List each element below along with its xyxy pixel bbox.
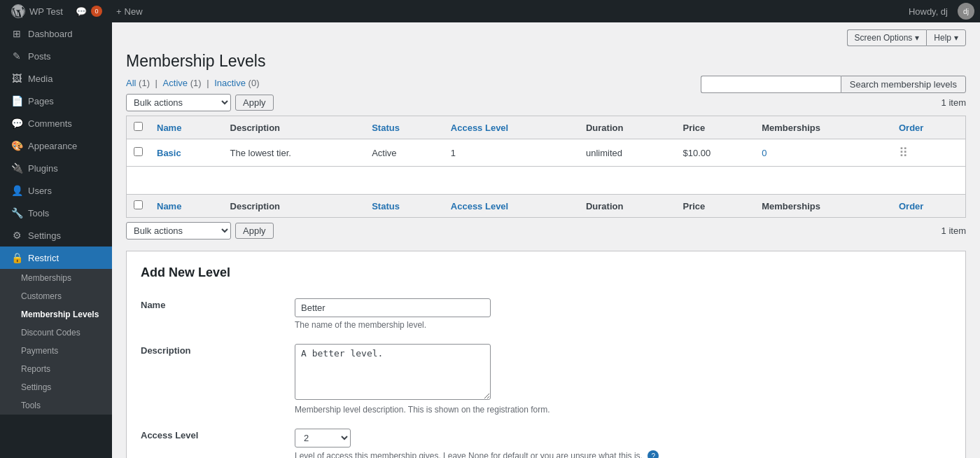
description-field-cell: Membership level description. This is sh…: [295, 337, 951, 422]
screen-options-button[interactable]: Screen Options ▾: [847, 29, 927, 46]
bulk-select-top[interactable]: Bulk actions Delete: [126, 94, 231, 111]
submenu-tools[interactable]: Tools: [0, 396, 112, 415]
wp-logo[interactable]: WP Test: [6, 4, 69, 18]
footer-col-status: Status: [365, 195, 444, 218]
submenu-discount-codes[interactable]: Discount Codes: [0, 324, 112, 342]
table-row: Basic The lowest tier. Active 1 unlimite…: [127, 139, 966, 167]
footer-col-name-link[interactable]: Name: [157, 201, 181, 211]
screen-options-arrow: ▾: [915, 33, 919, 43]
description-row: Description Membership level description…: [141, 337, 951, 422]
screen-options-label: Screen Options: [855, 33, 913, 43]
submenu-payments[interactable]: Payments: [0, 342, 112, 360]
submenu-reports[interactable]: Reports: [0, 360, 112, 378]
sidebar-item-users[interactable]: 👤 Users: [0, 179, 112, 202]
new-label: New: [125, 6, 143, 17]
access-level-field-cell: None 1 2 3 4 5 Level of access this memb…: [295, 422, 951, 458]
col-name-link[interactable]: Name: [157, 123, 181, 133]
avatar[interactable]: dj: [958, 3, 974, 20]
col-name: Name: [150, 116, 223, 139]
row-name-link[interactable]: Basic: [157, 148, 181, 158]
sidebar-item-label: Settings: [28, 230, 61, 241]
sidebar-item-label: Posts: [28, 51, 51, 62]
drag-handle[interactable]: ⠿: [899, 146, 908, 160]
name-row: Name The name of the membership level.: [141, 291, 951, 337]
comments-count: 0: [91, 6, 102, 17]
howdy-text: Howdy, dj: [902, 6, 955, 17]
footer-select-all-col: [127, 195, 150, 218]
search-input[interactable]: [701, 76, 841, 93]
bulk-select-bottom[interactable]: Bulk actions Delete: [126, 222, 231, 240]
appearance-icon: 🎨: [11, 140, 22, 151]
sidebar-item-appearance[interactable]: 🎨 Appearance: [0, 134, 112, 157]
restrict-submenu: Memberships Customers Membership Levels …: [0, 269, 112, 415]
table-empty-row: [127, 167, 966, 195]
col-order-link[interactable]: Order: [899, 123, 923, 133]
submenu-settings[interactable]: Settings: [0, 378, 112, 396]
adminbar-right: Howdy, dj dj: [902, 3, 974, 20]
footer-col-status-link[interactable]: Status: [372, 201, 400, 211]
row-duration-cell: unlimited: [579, 139, 676, 167]
col-status-link[interactable]: Status: [372, 123, 400, 133]
footer-col-description: Description: [223, 195, 365, 218]
adminbar-new[interactable]: + New: [109, 0, 150, 22]
media-icon: 🖼: [11, 73, 22, 84]
sidebar-item-restrict[interactable]: 🔒 Restrict: [0, 247, 112, 269]
bulk-actions-top: Bulk actions Delete Apply 1 item: [126, 94, 966, 111]
sidebar-item-label: Plugins: [28, 163, 58, 174]
submenu-customers[interactable]: Customers: [0, 287, 112, 305]
name-description: The name of the membership level.: [295, 320, 951, 330]
footer-col-order-link[interactable]: Order: [899, 201, 923, 211]
row-memberships-cell: 0: [755, 139, 892, 167]
page-title: Membership Levels: [126, 52, 966, 71]
submenu-memberships[interactable]: Memberships: [0, 269, 112, 287]
empty-row-cell: [127, 167, 966, 195]
help-button[interactable]: Help ▾: [926, 29, 966, 46]
footer-col-memberships: Memberships: [755, 195, 892, 218]
memberships-count-link[interactable]: 0: [762, 148, 766, 158]
filter-inactive-count: (0): [248, 78, 260, 88]
main-content: Screen Options ▾ Help ▾ Membership Level…: [112, 22, 980, 458]
filter-all[interactable]: All: [126, 78, 136, 88]
access-level-help-icon[interactable]: ?: [648, 450, 659, 458]
row-access-level-cell: 1: [444, 139, 579, 167]
filter-active[interactable]: Active: [163, 78, 188, 88]
sidebar-item-label: Tools: [28, 208, 49, 218]
sidebar-item-posts[interactable]: ✎ Posts: [0, 45, 112, 67]
wp-logo-text: WP Test: [29, 6, 63, 17]
footer-col-name: Name: [150, 195, 223, 218]
row-order-cell: ⠿: [892, 139, 966, 167]
footer-col-access-link[interactable]: Access Level: [451, 201, 508, 211]
sidebar-item-label: Appearance: [28, 141, 77, 151]
col-memberships: Memberships: [755, 116, 892, 139]
col-access-level-link[interactable]: Access Level: [451, 123, 508, 133]
description-textarea[interactable]: [295, 344, 491, 400]
item-count-top: 1 item: [941, 97, 966, 108]
sidebar-item-media[interactable]: 🖼 Media: [0, 67, 112, 90]
screen-options-bar: Screen Options ▾ Help ▾: [126, 29, 966, 46]
description-label: Description: [141, 337, 295, 422]
bulk-apply-top[interactable]: Apply: [235, 95, 274, 111]
submenu-membership-levels[interactable]: Membership Levels: [0, 305, 112, 324]
sidebar-item-settings[interactable]: ⚙ Settings: [0, 224, 112, 247]
sidebar-item-plugins[interactable]: 🔌 Plugins: [0, 157, 112, 179]
footer-select-all-checkbox[interactable]: [134, 200, 143, 209]
adminbar-comments[interactable]: 💬 0: [69, 0, 109, 22]
search-box: Search membership levels: [701, 76, 966, 93]
sidebar-item-dashboard[interactable]: ⊞ Dashboard: [0, 22, 112, 45]
sidebar-item-pages[interactable]: 📄 Pages: [0, 90, 112, 112]
row-checkbox[interactable]: [134, 147, 143, 156]
filter-inactive[interactable]: Inactive: [214, 78, 246, 88]
row-name-cell: Basic: [150, 139, 223, 167]
sidebar-item-tools[interactable]: 🔧 Tools: [0, 202, 112, 224]
add-new-form: Name The name of the membership level. D…: [141, 291, 951, 458]
row-status-cell: Active: [365, 139, 444, 167]
bulk-apply-bottom[interactable]: Apply: [235, 223, 274, 239]
pages-icon: 📄: [11, 95, 22, 106]
select-all-checkbox[interactable]: [134, 122, 143, 131]
search-button[interactable]: Search membership levels: [841, 76, 966, 93]
settings-icon: ⚙: [11, 230, 22, 241]
help-arrow: ▾: [954, 33, 958, 43]
access-level-select[interactable]: None 1 2 3 4 5: [295, 429, 351, 447]
name-input[interactable]: [295, 298, 491, 317]
sidebar-item-comments[interactable]: 💬 Comments: [0, 112, 112, 134]
